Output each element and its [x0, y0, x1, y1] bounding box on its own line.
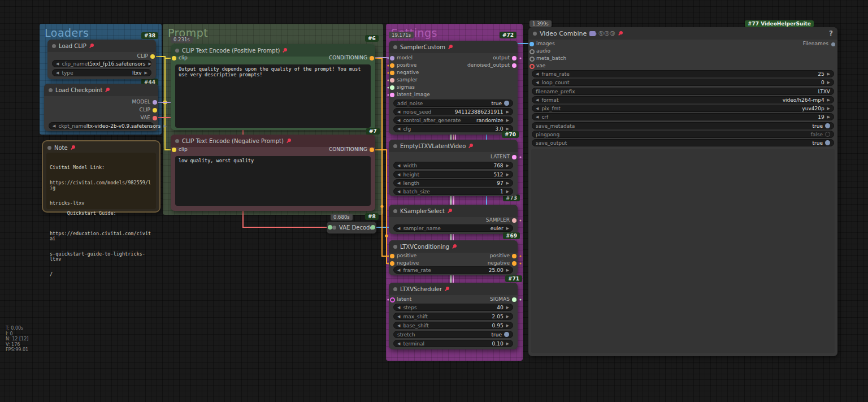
node-sampler-titlebar[interactable]: SamplerCustom	[389, 41, 518, 53]
output-port-sampler[interactable]	[512, 218, 517, 223]
input-port-latent-image[interactable]	[390, 93, 394, 97]
widget-ckpt-name[interactable]: ckpt_name ltx-video-2b-v0.9.safetensors	[49, 122, 154, 129]
input-port-sigmas[interactable]	[390, 85, 394, 90]
widget-format[interactable]: format video/h264-mp4	[532, 96, 834, 103]
output-port-filenames[interactable]	[831, 42, 835, 46]
input-port-model[interactable]	[390, 56, 394, 60]
input-port-images[interactable]	[530, 42, 534, 46]
node-video-combine[interactable]: Video Combine ⓋⒽⓈ ? images audio meta_ba…	[528, 27, 837, 356]
widget-filename-prefix[interactable]: filename_prefix LTXV	[532, 88, 834, 95]
node-empty-ltxv-latent-video[interactable]: EmptyLTXVLatentVideo LATENT width 768 he…	[389, 140, 518, 196]
output-port-latent[interactable]	[512, 155, 517, 159]
toggle-off[interactable]	[825, 132, 830, 137]
widget-add-noise[interactable]: add_noise true	[393, 100, 513, 107]
node-clip-text-encode-negative[interactable]: CLIP Text Encode (Negative Prompt) clip …	[171, 135, 375, 211]
collapse-icon[interactable]	[393, 245, 397, 249]
widget-frame-rate[interactable]: frame_rate 25.00	[393, 266, 513, 274]
collapse-icon[interactable]	[49, 88, 53, 92]
input-port-sampler[interactable]	[390, 78, 394, 83]
node-load-clip[interactable]: Load CLIP CLIP clip_name t5xxl_fp16.safe…	[47, 40, 156, 79]
toggle-on[interactable]	[504, 101, 509, 106]
toggle-on[interactable]	[825, 140, 830, 145]
node-vae-decode-titlebar[interactable]: VAE Decode	[327, 222, 376, 234]
widget-cfg[interactable]: cfg 3.0	[393, 125, 513, 132]
node-load-clip-titlebar[interactable]: Load CLIP	[47, 40, 156, 52]
node-ksampler-titlebar[interactable]: KSamplerSelect	[389, 205, 518, 217]
collapse-icon[interactable]	[332, 226, 336, 230]
collapse-icon[interactable]	[47, 146, 51, 150]
input-port-negative[interactable]	[390, 261, 394, 266]
widget-save-output[interactable]: save_output true	[532, 139, 834, 146]
collapse-icon[interactable]	[393, 144, 397, 148]
positive-prompt-textarea[interactable]: Output quality depends upon the quality …	[175, 64, 371, 128]
output-port-denoised-output[interactable]	[512, 63, 517, 68]
input-port-positive[interactable]	[390, 254, 394, 258]
output-port-output[interactable]	[512, 56, 517, 60]
output-port-conditioning[interactable]	[370, 56, 374, 60]
negative-prompt-textarea[interactable]: low quality, worst quality	[175, 156, 371, 206]
output-port-conditioning[interactable]	[370, 148, 374, 152]
collapse-icon[interactable]	[393, 45, 397, 49]
widget-frame-rate[interactable]: frame_rate 25	[532, 70, 834, 77]
node-ltxv-cond-titlebar[interactable]: LTXVConditioning	[389, 240, 518, 253]
widget-base-shift[interactable]: base_shift 0.95	[393, 322, 513, 329]
output-port-negative[interactable]	[512, 261, 517, 266]
node-video-combine-titlebar[interactable]: Video Combine ⓋⒽⓈ ?	[528, 27, 837, 40]
node-vae-decode[interactable]: VAE Decode	[327, 222, 376, 234]
collapsed-input-port[interactable]	[328, 225, 332, 230]
input-port-audio[interactable]	[530, 49, 535, 54]
node-load-checkpoint[interactable]: Load Checkpoint MODEL CLIP VAE ckpt_name…	[44, 84, 158, 131]
widget-noise-seed[interactable]: noise_seed 941123886231911	[393, 108, 513, 115]
input-port-positive[interactable]	[390, 63, 394, 68]
input-port-vae[interactable]	[530, 64, 535, 69]
input-port-clip[interactable]	[172, 148, 176, 152]
widget-length[interactable]: length 97	[393, 179, 513, 187]
help-icon[interactable]: ?	[829, 29, 833, 37]
output-port-clip[interactable]	[153, 108, 157, 113]
node-ltxv-sched-titlebar[interactable]: LTXVScheduler	[389, 283, 518, 295]
output-port-vae[interactable]	[153, 116, 157, 120]
widget-steps[interactable]: steps 40	[393, 304, 513, 311]
node-ltxv-scheduler[interactable]: LTXVScheduler latent SIGMAS steps 40 max…	[389, 283, 518, 349]
widget-sampler-name[interactable]: sampler_name euler	[393, 224, 513, 232]
node-note[interactable]: Note Civitai Model Link: https://civitai…	[42, 140, 160, 213]
input-port-negative[interactable]	[390, 71, 394, 75]
widget-stretch[interactable]: stretch true	[393, 331, 513, 338]
input-port-clip[interactable]	[172, 56, 176, 60]
collapse-icon[interactable]	[52, 44, 56, 48]
input-port-latent[interactable]	[390, 297, 395, 302]
toggle-on[interactable]	[825, 123, 830, 128]
output-port-model[interactable]	[153, 100, 157, 105]
widget-pix-fmt[interactable]: pix_fmt yuv420p	[532, 105, 834, 112]
widget-save-metadata[interactable]: save_metadata true	[532, 122, 834, 129]
output-port-positive[interactable]	[512, 254, 517, 258]
node-ltxv-conditioning[interactable]: LTXVConditioning positive negative posit…	[389, 240, 518, 275]
node-sampler-custom[interactable]: SamplerCustom model positive negative sa…	[389, 41, 518, 135]
widget-batch-size[interactable]: batch_size 1	[393, 188, 513, 195]
widget-control-after-generate[interactable]: control_after_generate randomize	[393, 116, 513, 124]
node-empty-latent-titlebar[interactable]: EmptyLTXVLatentVideo	[389, 140, 518, 152]
widget-max-shift[interactable]: max_shift 2.05	[393, 313, 513, 320]
toggle-on[interactable]	[504, 332, 509, 337]
widget-type[interactable]: type ltxv	[52, 69, 151, 76]
widget-width[interactable]: width 768	[393, 162, 513, 169]
node-neg-titlebar[interactable]: CLIP Text Encode (Negative Prompt)	[171, 135, 375, 147]
output-port-sigmas[interactable]	[512, 297, 517, 302]
node-note-titlebar[interactable]: Note	[43, 141, 159, 154]
collapse-icon[interactable]	[393, 209, 397, 213]
node-load-checkpoint-titlebar[interactable]: Load Checkpoint	[44, 84, 158, 96]
widget-height[interactable]: height 512	[393, 171, 513, 178]
collapse-icon[interactable]	[175, 49, 179, 53]
widget-clip-name[interactable]: clip_name t5xxl_fp16.safetensors	[52, 60, 151, 67]
collapse-icon[interactable]	[175, 139, 179, 143]
input-port-meta-batch[interactable]	[530, 57, 535, 62]
output-port-clip[interactable]	[150, 54, 155, 59]
collapse-icon[interactable]	[393, 287, 397, 291]
widget-crf[interactable]: crf 19	[532, 113, 834, 120]
node-ksampler-select[interactable]: KSamplerSelect SAMPLER sampler_name eule…	[389, 205, 518, 234]
note-text[interactable]: Civitai Model Link: https://civitai.com/…	[46, 153, 156, 209]
collapse-icon[interactable]	[533, 32, 537, 36]
node-clip-text-encode-positive[interactable]: CLIP Text Encode (Positive Prompt) clip …	[171, 44, 375, 130]
widget-pingpong[interactable]: pingpong false	[532, 131, 834, 138]
collapsed-output-port[interactable]	[371, 225, 375, 230]
